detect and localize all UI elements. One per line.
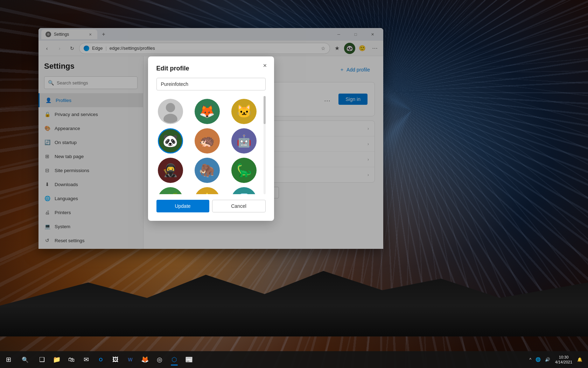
update-button[interactable]: Update: [156, 200, 209, 212]
chrome-button[interactable]: ◎: [153, 353, 167, 367]
taskbar-clock[interactable]: 10:30 4/14/2021: [553, 355, 574, 365]
edit-profile-modal: ✕ Edit profile 🦊: [148, 56, 274, 221]
avatar-grid-wrapper: 🦊 🐱 🐼 🦔 🤖: [156, 96, 266, 194]
taskbar: ⊞ 🔍 ❑ 📁 🛍 ✉ O 🖼 W 🦊 ◎ ⬡ 📰 ^ 🌐 🔊 10:30 4/…: [0, 351, 588, 368]
avatar-robot[interactable]: 🤖: [231, 128, 257, 154]
firefox-button[interactable]: 🦊: [138, 353, 152, 367]
modal-close-button[interactable]: ✕: [260, 61, 270, 70]
edge-button[interactable]: ⬡: [167, 353, 181, 367]
profile-name-input[interactable]: [156, 78, 266, 90]
svg-point-0: [166, 103, 175, 112]
tray-overflow-button[interactable]: ^: [528, 353, 533, 367]
avatar-grid: 🦊 🐱 🐼 🦔 🤖: [156, 96, 266, 194]
clock-time: 10:30: [555, 355, 572, 360]
clock-date: 4/14/2021: [555, 360, 572, 364]
notifications-button[interactable]: 🔔: [576, 353, 584, 367]
avatar-panda[interactable]: 🐼: [158, 128, 183, 154]
avatar-extra3[interactable]: 💎: [231, 187, 257, 194]
browser-window: ⚙ Settings ✕ + ─ □ ✕ ‹ › ↻ Edge | edge:/…: [38, 28, 383, 249]
news-button[interactable]: 📰: [182, 353, 196, 367]
avatar-default[interactable]: [158, 99, 183, 124]
word-button[interactable]: W: [123, 353, 137, 367]
photos-button[interactable]: 🖼: [108, 353, 122, 367]
cancel-button[interactable]: Cancel: [212, 200, 266, 212]
avatar-extra1[interactable]: 🌿: [158, 187, 183, 194]
svg-point-1: [163, 114, 177, 123]
mail-button[interactable]: ✉: [79, 353, 93, 367]
volume-button[interactable]: 🔊: [544, 353, 552, 367]
avatar-hedgehog[interactable]: 🦔: [195, 128, 220, 154]
avatar-dino[interactable]: 🦕: [231, 158, 257, 183]
modal-buttons: Update Cancel: [156, 200, 266, 212]
outlook-button[interactable]: O: [94, 353, 108, 367]
scroll-thumb[interactable]: [264, 96, 266, 124]
start-button[interactable]: ⊞: [1, 353, 15, 367]
system-tray: ^ 🌐 🔊 10:30 4/14/2021 🔔: [528, 353, 587, 367]
file-explorer-button[interactable]: 📁: [50, 353, 64, 367]
network-button[interactable]: 🌐: [534, 353, 542, 367]
avatar-ninja[interactable]: 🥷: [158, 158, 183, 183]
avatar-dog-green[interactable]: 🦊: [195, 99, 220, 124]
search-button[interactable]: 🔍: [16, 354, 34, 365]
modal-overlay[interactable]: ✕ Edit profile 🦊: [38, 28, 383, 249]
store-button[interactable]: 🛍: [64, 353, 78, 367]
avatar-cat-yellow[interactable]: 🐱: [231, 99, 257, 124]
scroll-bar[interactable]: [264, 96, 266, 194]
avatar-yeti[interactable]: 🦣: [195, 158, 220, 183]
task-view-button[interactable]: ❑: [35, 353, 49, 367]
modal-title: Edit profile: [156, 65, 266, 72]
avatar-extra2[interactable]: 🌟: [195, 187, 220, 194]
